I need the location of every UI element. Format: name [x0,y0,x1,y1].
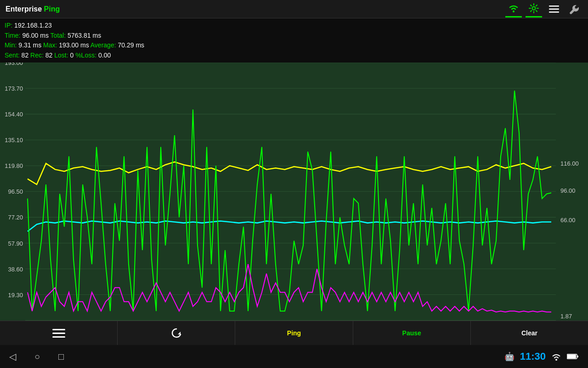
title-suffix: Ping [42,5,60,13]
pctloss-label: %Loss: [75,52,96,59]
svg-text:154.40: 154.40 [5,111,23,118]
pause-button[interactable]: Pause [353,321,471,345]
pctloss-value: 0.00 [98,52,111,59]
sent-label: Sent: [5,52,20,59]
max-label: Max: [43,41,57,49]
stat-line-time: Time: 96.00 ms Total: 5763.81 ms [5,31,583,40]
clear-button[interactable]: Clear [471,321,588,345]
stat-line-sent: Sent: 82 Rec: 82 Lost: 0 %Loss: 0.00 [5,51,583,60]
app-title: Enterprise Ping [6,5,60,13]
clear-label: Clear [521,329,537,337]
time-label: Time: [5,32,20,39]
total-label: Total: [51,32,66,39]
stat-line-ip: IP: 192.168.1.23 [5,21,583,30]
svg-point-0 [513,11,514,12]
total-value: 5763.81 ms [68,32,101,39]
top-bar: Enterprise Ping [0,0,588,18]
svg-text:173.70: 173.70 [5,85,23,92]
rec-value: 82 [45,52,53,59]
svg-rect-3 [549,8,559,10]
wrench-icon[interactable] [566,1,582,17]
svg-text:116.00: 116.00 [560,161,579,167]
svg-rect-32 [52,333,65,334]
lost-label: Lost: [54,52,68,59]
max-value: 193.00 ms [59,41,89,49]
top-icons [505,1,582,17]
svg-rect-37 [577,356,578,357]
ip-value: 192.168.1.23 [14,22,52,29]
menu-button[interactable] [0,321,118,345]
svg-text:96.00: 96.00 [560,188,575,195]
svg-text:38.60: 38.60 [8,266,23,273]
list-icon[interactable] [546,1,562,17]
svg-text:19.30: 19.30 [8,292,23,299]
svg-marker-34 [178,332,181,334]
avg-label: Average: [90,41,116,49]
svg-text:119.80: 119.80 [5,163,23,170]
gear-icon[interactable] [526,1,542,17]
time-display: 11:30 [520,351,546,362]
lost-value: 0 [70,52,74,59]
stats-panel: IP: 192.168.1.23 Time: 96.00 ms Total: 5… [0,18,588,63]
refresh-button[interactable] [118,321,235,345]
ping-chart: 193.00 173.70 154.40 135.10 119.80 96.50… [0,63,588,321]
battery-icon [567,353,579,360]
nav-bar: ◁ ○ □ 🤖 11:30 [0,345,588,368]
wifi-icon[interactable] [505,1,522,17]
hamburger-icon [52,328,65,338]
avg-value: 70.29 ms [118,41,144,49]
rec-label: Rec: [30,52,44,59]
stat-line-minmax: Min: 9.31 ms Max: 193.00 ms Average: 70.… [5,41,583,50]
svg-text:193.00: 193.00 [5,63,23,66]
chart-container: 193.00 173.70 154.40 135.10 119.80 96.50… [0,63,588,321]
svg-text:135.10: 135.10 [5,137,23,144]
bottom-toolbar: Ping Pause Clear [0,321,588,345]
wifi-status-icon [551,352,561,361]
home-button[interactable]: ○ [34,351,40,362]
android-icon: 🤖 [504,351,514,362]
ping-button[interactable]: Ping [235,321,353,345]
svg-text:77.20: 77.20 [8,214,23,221]
back-button[interactable]: ◁ [9,351,16,362]
ip-label: IP: [5,22,12,29]
ping-label: Ping [287,329,301,337]
nav-right: 🤖 11:30 [504,351,579,362]
svg-text:1.87: 1.87 [560,313,572,320]
svg-rect-4 [549,12,559,13]
svg-rect-33 [52,336,65,338]
min-label: Min: [5,41,17,49]
svg-point-35 [555,359,557,361]
svg-rect-2 [549,6,559,7]
svg-rect-31 [52,329,65,330]
sent-value: 82 [22,52,29,59]
svg-text:57.90: 57.90 [8,240,23,247]
svg-text:96.50: 96.50 [8,189,23,196]
title-prefix: Enterprise [6,5,42,13]
pause-label: Pause [402,329,421,337]
svg-point-1 [532,7,536,10]
nav-left: ◁ ○ □ [9,351,64,362]
svg-rect-38 [567,355,576,358]
svg-text:66.00: 66.00 [560,217,575,224]
min-value: 9.31 ms [18,41,41,49]
time-value: 96.00 ms [22,32,49,39]
recents-button[interactable]: □ [58,351,64,362]
refresh-icon [170,327,182,339]
